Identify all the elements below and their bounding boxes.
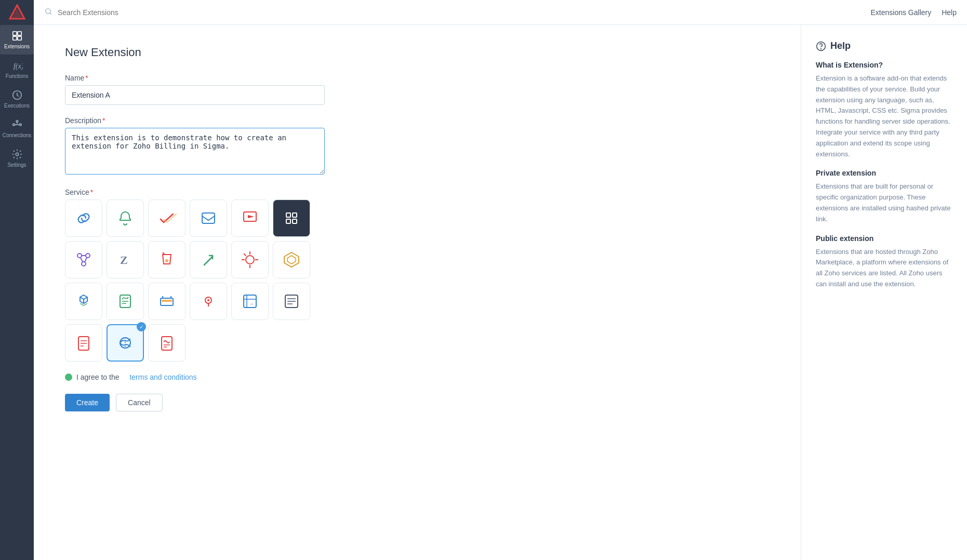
svg-point-50 xyxy=(207,299,209,301)
service-icon-1[interactable] xyxy=(65,199,102,237)
svg-line-32 xyxy=(204,257,213,265)
extensions-icon xyxy=(11,30,23,42)
what-is-title: What is Extension? xyxy=(816,61,952,69)
description-group: Description* This extension is to demons… xyxy=(65,116,770,177)
functions-icon: f(x) xyxy=(11,60,23,71)
header-right: Extensions Gallery Help xyxy=(870,8,957,17)
sidebar-item-functions[interactable]: f(x) Functions xyxy=(0,55,34,84)
service-icon-13[interactable] xyxy=(65,283,102,320)
terms-link[interactable]: terms and conditions xyxy=(129,373,196,381)
svg-rect-22 xyxy=(293,219,297,223)
content: New Extension Name* Description* This ex… xyxy=(34,25,967,560)
sidebar-label-connections: Connections xyxy=(3,132,32,138)
svg-rect-48 xyxy=(162,300,172,302)
public-title: Public extension xyxy=(816,234,952,243)
svg-rect-19 xyxy=(286,213,290,217)
service-icon-8[interactable]: Z xyxy=(107,241,144,278)
help-link[interactable]: Help xyxy=(942,8,957,17)
svg-point-69 xyxy=(821,48,822,49)
name-label: Name* xyxy=(65,74,770,82)
service-icon-7[interactable] xyxy=(65,241,102,278)
terms-text: I agree to the xyxy=(76,373,120,381)
service-icon-10[interactable] xyxy=(190,241,227,278)
search-input[interactable] xyxy=(58,8,865,17)
cancel-button[interactable]: Cancel xyxy=(116,394,163,411)
service-icon-17[interactable]: → xyxy=(231,283,269,320)
svg-rect-3 xyxy=(17,32,21,35)
service-icon-18[interactable] xyxy=(273,283,310,320)
sidebar-label-extensions: Extensions xyxy=(4,44,30,49)
sidebar-label-settings: Settings xyxy=(7,162,26,168)
service-icon-11[interactable] xyxy=(231,241,269,278)
service-icon-14[interactable] xyxy=(107,283,144,320)
private-text: Extensions that are built for personal o… xyxy=(816,181,952,224)
svg-rect-21 xyxy=(286,219,290,223)
app-logo-icon xyxy=(9,4,25,21)
selected-check-badge: ✓ xyxy=(137,322,146,331)
extensions-gallery-link[interactable]: Extensions Gallery xyxy=(870,8,931,17)
service-group: Service* xyxy=(65,188,770,362)
description-textarea[interactable]: This extension is to demonstrate how to … xyxy=(65,128,325,175)
svg-rect-20 xyxy=(293,213,297,217)
sidebar-item-extensions[interactable]: Extensions xyxy=(0,25,34,55)
service-icon-15[interactable] xyxy=(148,283,186,320)
service-grid: Z xyxy=(65,199,770,362)
public-text: Extensions that are hosted through Zoho … xyxy=(816,247,952,290)
svg-line-38 xyxy=(244,254,246,256)
executions-icon xyxy=(11,89,23,101)
create-button[interactable]: Create xyxy=(65,394,110,411)
svg-point-30 xyxy=(165,259,168,262)
svg-text:f(x): f(x) xyxy=(13,62,22,71)
svg-rect-2 xyxy=(12,32,16,35)
svg-point-9 xyxy=(19,124,21,126)
sidebar-item-settings[interactable]: Settings xyxy=(0,143,34,173)
sidebar: Extensions f(x) Functions Executions Con… xyxy=(0,0,34,560)
terms-row: I agree to the terms and conditions xyxy=(65,373,770,381)
sidebar-label-functions: Functions xyxy=(6,73,28,79)
svg-point-13 xyxy=(16,153,19,156)
service-icon-9[interactable] xyxy=(148,241,186,278)
main-area: Extensions Gallery Help New Extension Na… xyxy=(34,0,967,560)
service-icon-3[interactable] xyxy=(148,199,186,237)
help-title: Help xyxy=(816,41,952,51)
svg-rect-4 xyxy=(12,36,16,40)
svg-point-14 xyxy=(46,8,50,13)
service-icon-2[interactable] xyxy=(107,199,144,237)
form-area: New Extension Name* Description* This ex… xyxy=(34,25,801,560)
svg-point-24 xyxy=(86,254,90,258)
service-icon-4[interactable] xyxy=(190,199,227,237)
svg-marker-40 xyxy=(287,256,296,264)
svg-marker-18 xyxy=(248,215,254,218)
help-panel: Help What is Extension? Extension is a s… xyxy=(801,25,967,560)
service-icon-5[interactable] xyxy=(231,199,269,237)
service-label: Service* xyxy=(65,188,770,196)
svg-marker-39 xyxy=(284,252,299,267)
button-row: Create Cancel xyxy=(65,394,770,411)
private-title: Private extension xyxy=(816,169,952,177)
svg-point-8 xyxy=(12,124,15,126)
svg-point-23 xyxy=(77,254,82,258)
service-icon-19[interactable] xyxy=(65,324,102,362)
service-icon-20[interactable]: ✓ xyxy=(107,324,144,362)
sidebar-item-executions[interactable]: Executions xyxy=(0,84,34,114)
description-label: Description* xyxy=(65,116,770,125)
sidebar-label-executions: Executions xyxy=(4,103,30,109)
svg-point-33 xyxy=(246,256,254,264)
logo xyxy=(0,0,34,25)
sidebar-item-connections[interactable]: Connections xyxy=(0,114,34,143)
terms-checkbox[interactable] xyxy=(65,374,72,381)
service-icon-16[interactable] xyxy=(190,283,227,320)
svg-rect-16 xyxy=(202,213,215,223)
name-input[interactable] xyxy=(65,85,325,105)
svg-text:Z: Z xyxy=(120,254,128,266)
header: Extensions Gallery Help xyxy=(34,0,967,25)
svg-point-25 xyxy=(82,262,86,266)
help-icon xyxy=(816,41,826,51)
service-icon-21[interactable] xyxy=(148,324,186,362)
svg-text:→: → xyxy=(249,301,254,306)
service-icon-6[interactable] xyxy=(273,199,310,237)
name-group: Name* xyxy=(65,74,770,105)
service-icon-12[interactable] xyxy=(273,241,310,278)
svg-line-27 xyxy=(81,258,83,262)
what-is-text: Extension is a software add-on that exte… xyxy=(816,73,952,159)
